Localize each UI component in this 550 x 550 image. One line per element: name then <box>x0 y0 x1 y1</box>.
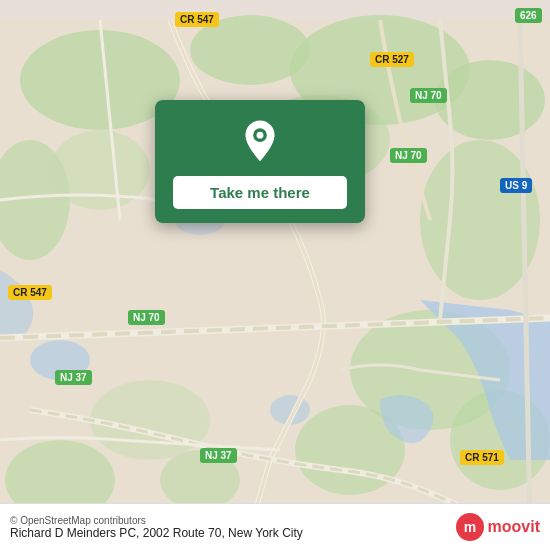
road-label-cr527: CR 527 <box>370 52 414 67</box>
take-me-there-button[interactable]: Take me there <box>173 176 347 209</box>
popup-card: Take me there <box>155 100 365 223</box>
svg-point-21 <box>257 132 264 139</box>
svg-point-12 <box>90 380 210 460</box>
road-label-cr547-left: CR 547 <box>8 285 52 300</box>
moovit-icon: m <box>454 511 486 543</box>
bottom-bar: © OpenStreetMap contributors Richard D M… <box>0 503 550 550</box>
road-label-nj70-right: NJ 70 <box>390 148 427 163</box>
svg-text:m: m <box>463 519 475 535</box>
map-background <box>0 0 550 550</box>
road-label-cr571: CR 571 <box>460 450 504 465</box>
road-label-nj37-left: NJ 37 <box>55 370 92 385</box>
moovit-label: moovit <box>488 518 540 536</box>
road-label-cr626: 626 <box>515 8 542 23</box>
moovit-logo: m moovit <box>454 511 540 543</box>
road-label-nj37-bottom: NJ 37 <box>200 448 237 463</box>
map-container: CR 547 CR 527 NJ 70 NJ 70 US 9 626 CR 54… <box>0 0 550 550</box>
location-pin-icon <box>236 118 284 166</box>
road-label-nj70-top: NJ 70 <box>410 88 447 103</box>
road-label-us9: US 9 <box>500 178 532 193</box>
road-label-nj70-mid: NJ 70 <box>128 310 165 325</box>
attribution-text: © OpenStreetMap contributors <box>10 515 303 526</box>
bottom-left-info: © OpenStreetMap contributors Richard D M… <box>10 515 303 540</box>
location-text: Richard D Meinders PC, 2002 Route 70, Ne… <box>10 526 303 540</box>
road-label-cr547-top: CR 547 <box>175 12 219 27</box>
